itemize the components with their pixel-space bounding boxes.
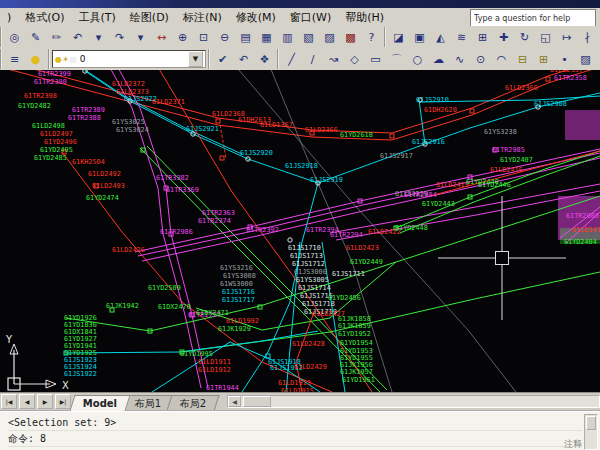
- circle-tool-icon[interactable]: ◎: [4, 27, 25, 47]
- redo-icon[interactable]: ↷: [109, 27, 130, 47]
- stretch-icon[interactable]: ↦: [556, 27, 577, 47]
- make-current-icon[interactable]: ✔: [212, 49, 233, 69]
- help-icon[interactable]: ?: [361, 27, 382, 47]
- help-search-input[interactable]: [470, 9, 596, 27]
- undo-icon[interactable]: ↶: [67, 27, 88, 47]
- spline-icon[interactable]: ∿: [449, 49, 470, 69]
- hatch-icon[interactable]: ▨: [575, 49, 596, 69]
- menu-item-5[interactable]: 修改(M): [229, 9, 283, 26]
- tab-first-button[interactable]: |◀: [1, 394, 17, 409]
- construction-line-icon[interactable]: ∕: [302, 49, 323, 69]
- point-label: 61YD2449: [350, 258, 383, 266]
- polyline-icon[interactable]: ↝: [323, 49, 344, 69]
- layer-tools-group: ✔↶❖: [208, 49, 277, 69]
- point-label: 61JS3006: [294, 268, 327, 276]
- tool-palettes-icon[interactable]: ▥: [277, 27, 298, 47]
- point-label: 61TR2980: [566, 212, 599, 220]
- layer-combo-value: 0: [80, 54, 86, 64]
- menu-item-3[interactable]: 绘图(D): [123, 9, 176, 26]
- layer-manager-icon[interactable]: ≡: [4, 49, 25, 69]
- point-label: 61JS2923: [85, 70, 118, 72]
- undo-dropdown-icon[interactable]: ▾: [88, 27, 109, 47]
- point-label: 61LD2426: [112, 246, 145, 254]
- tab-next-button[interactable]: ▶: [37, 394, 53, 409]
- rectangle-icon[interactable]: ▭: [365, 49, 386, 69]
- menu-item-2[interactable]: 工具(T): [72, 9, 123, 26]
- zoom-window-icon[interactable]: ⊡: [193, 27, 214, 47]
- move-icon[interactable]: ✚: [493, 27, 514, 47]
- command-scrollbar[interactable]: [584, 414, 598, 450]
- command-scrollbar-thumb[interactable]: [586, 416, 596, 430]
- point-label: 61TR3382: [156, 174, 189, 182]
- point-label: 61YD2474: [86, 194, 119, 202]
- scrollbar-thumb[interactable]: [243, 396, 271, 407]
- command-line-0: <Selection set: 9>: [8, 415, 582, 431]
- menu-item-4[interactable]: 标注(N): [176, 9, 229, 26]
- annotation-label: 注释: [564, 438, 582, 450]
- point-label: 61TR2389: [72, 106, 105, 114]
- layer-states-icon[interactable]: ❖: [254, 49, 275, 69]
- array-icon[interactable]: ⊞: [472, 27, 493, 47]
- scroll-left-icon[interactable]: ◀: [228, 396, 241, 407]
- point-icon[interactable]: •: [554, 49, 575, 69]
- make-block-icon[interactable]: ⊞: [533, 49, 554, 69]
- chevron-down-icon[interactable]: ▼: [188, 51, 203, 67]
- rotate-icon[interactable]: ↻: [514, 27, 535, 47]
- pencil-icon[interactable]: ✎: [25, 27, 46, 47]
- menu-item-1[interactable]: 格式(O): [18, 9, 71, 26]
- designcenter-icon[interactable]: ▦: [256, 27, 277, 47]
- point-label: 61JK1859: [338, 322, 371, 330]
- region-icon[interactable]: ◰: [596, 49, 600, 69]
- sheetset-manager-icon[interactable]: ▧: [298, 27, 319, 47]
- point-label: 61LD2371: [152, 98, 185, 106]
- insert-block-icon[interactable]: ⊟: [512, 49, 533, 69]
- drawing-canvas[interactable]: 61JS292361TR239961TR239061LD237261LD2373…: [0, 70, 600, 392]
- properties-icon[interactable]: ▤: [235, 27, 256, 47]
- markup-icon[interactable]: ▨: [319, 27, 340, 47]
- tab-model[interactable]: Model: [69, 395, 130, 411]
- copy-icon[interactable]: ▣: [409, 27, 430, 47]
- horizontal-scrollbar[interactable]: ◀: [227, 395, 600, 408]
- erase-icon[interactable]: ◪: [388, 27, 409, 47]
- point-label: 61YD2495: [40, 146, 73, 154]
- redo-dropdown-icon[interactable]: ▾: [130, 27, 151, 47]
- menu-item-6[interactable]: 窗口(W): [283, 9, 338, 26]
- mirror-icon[interactable]: ◭: [430, 27, 451, 47]
- revcloud-icon[interactable]: ☁: [428, 49, 449, 69]
- tab-布局2[interactable]: 布局2: [166, 395, 220, 411]
- tab-last-button[interactable]: ▶|: [55, 394, 71, 409]
- point-label: 61YD2618: [340, 131, 373, 139]
- menu-item-7[interactable]: 帮助(H): [338, 9, 391, 26]
- zoom-realtime-icon[interactable]: ⊕: [172, 27, 193, 47]
- menu-item-0[interactable]: ): [0, 10, 18, 25]
- zoom-previous-icon[interactable]: ⊖: [214, 27, 235, 47]
- point-label: 61LD2429: [294, 363, 327, 371]
- layer-combo[interactable]: ●☀■ 0 ▼: [52, 50, 206, 68]
- trim-icon[interactable]: ∤: [577, 27, 598, 47]
- point-label: 61TR2374: [198, 217, 231, 225]
- scale-icon[interactable]: ◱: [535, 27, 556, 47]
- point-label: 61YS3238: [484, 128, 517, 136]
- layer-swatches: ●☀■: [55, 54, 77, 64]
- layout-tabs: Model布局1布局2: [72, 395, 213, 411]
- point-label: 61YD2496: [44, 138, 77, 146]
- circle-icon[interactable]: ○: [407, 49, 428, 69]
- offset-icon[interactable]: ≋: [451, 27, 472, 47]
- ellipse-icon[interactable]: ⊙: [470, 49, 491, 69]
- tab-prev-button[interactable]: ◀: [19, 394, 35, 409]
- pan-icon[interactable]: ↔: [151, 27, 172, 47]
- layer-bulb-icon[interactable]: ●: [25, 49, 46, 69]
- point-label: 61JS1712: [292, 260, 325, 268]
- layer-combo-group: ●☀■ 0 ▼: [48, 49, 208, 69]
- calculator-icon[interactable]: ▩: [340, 27, 361, 47]
- vertex-marker: [288, 238, 292, 242]
- ellipse-arc-icon[interactable]: ◠: [491, 49, 512, 69]
- arc-icon[interactable]: ⌒: [386, 49, 407, 69]
- line-icon[interactable]: ╱: [281, 49, 302, 69]
- command-window[interactable]: <Selection set: 9>命令: 8 注释: [0, 410, 600, 450]
- polygon-icon[interactable]: ◇: [344, 49, 365, 69]
- layer-previous-icon[interactable]: ↶: [233, 49, 254, 69]
- paintbrush-icon[interactable]: ✏: [46, 27, 67, 47]
- title-bar: [0, 0, 600, 8]
- point-label: 61JS1713: [290, 252, 323, 260]
